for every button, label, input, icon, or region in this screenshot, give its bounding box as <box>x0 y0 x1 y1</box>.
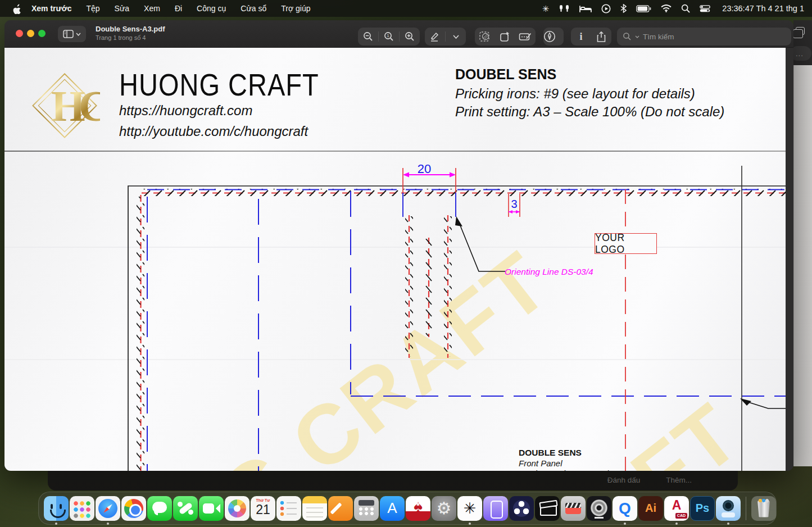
dock-icon-facetime[interactable] <box>199 496 224 521</box>
airpods-icon[interactable] <box>559 4 570 12</box>
dock-icon-pokerstars[interactable] <box>406 496 430 521</box>
control-center-icon[interactable] <box>700 5 710 12</box>
bed-icon[interactable] <box>579 4 592 12</box>
bluetooth-icon[interactable] <box>620 4 627 13</box>
more-button[interactable]: Thêm... <box>666 476 692 484</box>
panel-title: DOUBLE SENS <box>519 448 610 458</box>
window-title: Double Sens-A3.pdf <box>96 25 165 33</box>
smart-selection-button[interactable] <box>475 28 495 46</box>
dock-icon-pages[interactable] <box>328 496 353 521</box>
dock-icon-screenflow[interactable] <box>535 496 560 521</box>
share-button[interactable] <box>591 28 611 46</box>
pricking-info: Pricking irons: #9 (see layout for detai… <box>455 86 695 102</box>
huongcraft-logo: HC <box>30 58 100 153</box>
sidebar-icon <box>63 30 74 38</box>
menu-item-4[interactable]: Công cụ <box>197 4 226 13</box>
menu-bar-clock[interactable]: 23:36:47 Th 4 21 thg 1 <box>722 4 804 13</box>
menu-item-1[interactable]: Sửa <box>115 4 130 13</box>
highlight-color-chevron-button[interactable] <box>446 28 466 46</box>
dock-icon-calculator[interactable] <box>354 496 379 521</box>
info-button[interactable]: i <box>571 28 591 46</box>
dock-icon-illustrator[interactable]: Ai <box>638 496 663 521</box>
your-logo-placeholder: YOUR LOGO <box>595 233 657 254</box>
dimension-3-label: 3 <box>511 198 517 211</box>
orienting-line-label: Orienting Line DS-03/4 <box>505 267 593 277</box>
dock-icon-photos[interactable] <box>225 496 250 521</box>
svg-text:HC: HC <box>51 81 100 130</box>
svg-text:1: 1 <box>387 33 389 38</box>
zoom-in-button[interactable] <box>400 28 420 46</box>
menu-item-0[interactable]: Tệp <box>86 4 99 13</box>
fullscreen-button[interactable] <box>38 30 46 37</box>
website-link[interactable]: https://huongcraft.com <box>119 103 252 119</box>
panel-caption: DOUBLE SENS Front Panel Leather: *1 (1.5… <box>519 448 610 471</box>
dock-icon-iphone-mirroring[interactable] <box>483 496 508 521</box>
dock-icon-camera[interactable] <box>716 496 741 521</box>
dock-icon-quicktime[interactable]: Q <box>613 496 637 521</box>
pdf-content-area: HC HUONG CRAFT https://huongcraft.com ht… <box>4 48 793 471</box>
markup-group <box>425 28 466 46</box>
search-field[interactable] <box>617 28 791 46</box>
markup-button[interactable]: Đánh dấu <box>607 476 641 484</box>
dock-icon-appstore[interactable]: A <box>380 496 405 521</box>
dock-icon-chrome[interactable] <box>121 496 146 521</box>
copy-icon[interactable] <box>796 27 805 35</box>
dock-icon-settings[interactable] <box>432 496 456 521</box>
search-input[interactable] <box>643 33 778 41</box>
markup-toolbar-button[interactable] <box>543 28 564 46</box>
dock-icon-reminders[interactable] <box>276 496 301 521</box>
dock-icon-obs[interactable] <box>509 496 534 521</box>
rotate-button[interactable] <box>495 28 515 46</box>
pdf-page: HC HUONG CRAFT https://huongcraft.com ht… <box>4 48 786 471</box>
battery-icon[interactable] <box>636 5 651 12</box>
dock-icon-launchpad[interactable] <box>70 496 94 521</box>
dock: Thứ Tư21AQAiACADPs <box>38 492 777 525</box>
dock-icon-notes[interactable] <box>302 496 327 521</box>
redact-button[interactable] <box>515 28 536 46</box>
wifi-icon[interactable] <box>661 4 672 12</box>
menu-item-6[interactable]: Trợ giúp <box>281 4 310 13</box>
zoom-out-button[interactable] <box>358 28 378 46</box>
chatgpt-menu-icon[interactable]: ✳ <box>542 4 550 13</box>
background-window-bottom-bar: Đánh dấu Thêm... <box>48 470 738 490</box>
zoom-group: 1 <box>358 28 420 46</box>
dock-icon-chatgpt[interactable] <box>457 496 482 521</box>
dock-icon-safari[interactable] <box>96 496 120 521</box>
brand-title: HUONG CRAFT <box>119 66 319 103</box>
active-app-name[interactable]: Xem trước <box>31 4 71 13</box>
apple-menu[interactable] <box>12 3 21 14</box>
close-button[interactable] <box>16 30 23 37</box>
youtube-link[interactable]: http://youtube.com/c/huongcraft <box>119 124 308 139</box>
menu-item-2[interactable]: Xem <box>144 4 160 13</box>
background-window-page <box>793 65 812 466</box>
menu-item-5[interactable]: Cửa sổ <box>241 4 266 13</box>
chevron-down-icon <box>76 33 81 36</box>
apple-icon <box>12 3 21 14</box>
dock-icon-phone[interactable] <box>173 496 198 521</box>
zoom-actual-size-button[interactable]: 1 <box>379 28 399 46</box>
dock-icon-finder[interactable] <box>44 496 69 521</box>
dock-icon-calendar[interactable]: Thứ Tư21 <box>251 496 275 521</box>
dock-icon-messages[interactable] <box>147 496 172 521</box>
search-scope-chevron-icon <box>635 35 639 38</box>
play-circle-icon[interactable] <box>601 4 611 13</box>
dock-icon-autocad[interactable]: ACAD <box>664 496 689 521</box>
search-icon <box>623 32 632 41</box>
highlight-pen-button[interactable] <box>425 28 445 46</box>
dock-divider <box>746 497 746 520</box>
sidebar-toggle-button[interactable] <box>58 26 86 42</box>
dock-icon-disc[interactable] <box>587 496 611 521</box>
minimize-button[interactable] <box>27 30 34 37</box>
spotlight-icon[interactable] <box>681 4 690 13</box>
desktop: ... Đánh dấu Thêm... Double Sens-A3.pd <box>0 0 812 527</box>
dock-icon-finalcut[interactable] <box>561 496 586 521</box>
menu-bar-extras: ✳ <box>542 4 812 13</box>
watermark-text: HUONG CRAFT <box>4 233 567 471</box>
menu-item-3[interactable]: Đi <box>175 4 182 13</box>
dock-icon-trash[interactable] <box>751 496 776 521</box>
panel-subtitle: Front Panel <box>519 458 610 468</box>
preview-window: Double Sens-A3.pdf Trang 1 trong số 4 1 <box>4 20 793 471</box>
dock-icon-photoshop[interactable]: Ps <box>690 496 715 521</box>
titlebar: Double Sens-A3.pdf Trang 1 trong số 4 1 <box>4 20 793 48</box>
menu-bar: Xem trước TệpSửaXemĐiCông cụCửa sổTrợ gi… <box>0 0 812 17</box>
